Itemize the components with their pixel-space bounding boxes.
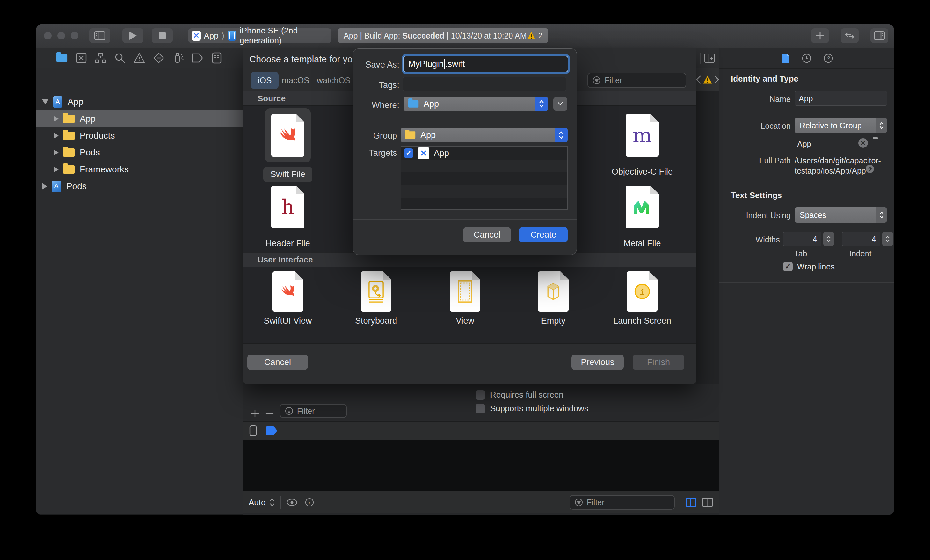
source-control-navigator-icon[interactable]: [75, 52, 87, 64]
tree-item-pods-folder[interactable]: Pods: [36, 144, 243, 161]
tab-width-stepper[interactable]: [823, 232, 834, 246]
clear-location-button[interactable]: ✕: [858, 138, 868, 148]
dialog-create-button[interactable]: Create: [519, 227, 568, 242]
template-filter-input[interactable]: [604, 75, 681, 85]
text-caret: [444, 59, 445, 69]
template-objc-file[interactable]: m Objective-C File: [604, 108, 681, 177]
metal-file-icon: [632, 199, 653, 215]
disclosure-closed-icon[interactable]: [54, 132, 59, 139]
expand-dialog-button[interactable]: [553, 97, 567, 111]
tab-width-input[interactable]: [784, 234, 821, 244]
template-swiftui-view[interactable]: SwiftUI View: [249, 271, 326, 326]
wrap-lines-checkbox[interactable]: ✓: [783, 262, 793, 271]
debug-filter-field[interactable]: [570, 495, 675, 510]
project-navigator-icon[interactable]: [56, 52, 68, 64]
debug-filter-input[interactable]: [586, 498, 670, 508]
code-review-button[interactable]: [841, 28, 859, 43]
location-popup[interactable]: Relative to Group: [795, 118, 887, 133]
warning-badge[interactable]: 2: [527, 31, 542, 40]
template-swift-file[interactable]: Swift File: [249, 108, 326, 182]
tree-item-frameworks[interactable]: Frameworks: [36, 161, 243, 178]
disclosure-closed-icon[interactable]: [54, 166, 59, 173]
tree-item-pods-project[interactable]: A Pods: [36, 178, 243, 195]
toggle-navigator-button[interactable]: [89, 28, 110, 43]
sheet-previous-button[interactable]: Previous: [571, 355, 624, 370]
help-inspector-icon[interactable]: ?: [823, 53, 833, 63]
sheet-finish-button[interactable]: Finish: [633, 355, 684, 370]
template-filter-field[interactable]: [587, 72, 686, 88]
project-file-icon: A: [53, 96, 63, 108]
file-inspector-icon[interactable]: [781, 53, 790, 64]
template-storyboard[interactable]: Storyboard: [338, 271, 414, 326]
find-navigator-icon[interactable]: [114, 52, 126, 64]
dialog-cancel-button[interactable]: Cancel: [463, 227, 511, 242]
name-field[interactable]: [795, 91, 887, 106]
remove-icon[interactable]: [265, 409, 274, 418]
multiple-windows-checkbox[interactable]: [476, 404, 485, 414]
active-tab-tag-icon[interactable]: [266, 426, 277, 435]
debug-navigator-icon[interactable]: [172, 52, 184, 64]
disclosure-open-icon[interactable]: [42, 99, 48, 105]
section-divider: [719, 282, 894, 283]
debug-mode-label[interactable]: Auto: [249, 498, 266, 508]
breakpoint-navigator-icon[interactable]: [191, 52, 203, 64]
indent-width-input[interactable]: [842, 234, 880, 244]
eye-icon[interactable]: [286, 498, 298, 506]
close-window-button[interactable]: [44, 32, 52, 40]
symbol-navigator-icon[interactable]: [94, 52, 106, 64]
tab-width-field[interactable]: [783, 232, 821, 246]
history-inspector-icon[interactable]: [802, 53, 812, 63]
scheme-selector[interactable]: ✕ App 〉 iPhone SE (2nd generation): [188, 28, 331, 43]
minimize-window-button[interactable]: [57, 32, 65, 40]
template-view[interactable]: View: [427, 271, 503, 326]
add-icon[interactable]: [251, 409, 259, 418]
swiftui-view-icon: [279, 283, 296, 300]
save-as-field[interactable]: MyPlugin.swift: [403, 56, 568, 72]
group-popup[interactable]: App: [400, 128, 568, 142]
activity-status-bar[interactable]: App | Build App: Succeeded | 10/13/20 at…: [338, 28, 548, 43]
template-launch-screen[interactable]: 1 Launch Screen: [604, 271, 681, 326]
library-button[interactable]: [811, 28, 829, 43]
report-navigator-icon[interactable]: [211, 52, 223, 64]
indent-width-stepper[interactable]: [882, 232, 893, 246]
tree-item-app-project[interactable]: A App: [36, 93, 243, 110]
requires-fullscreen-checkbox[interactable]: [476, 390, 485, 400]
disclosure-closed-icon[interactable]: [54, 149, 59, 156]
checkbox-checked-icon[interactable]: ✓: [404, 148, 413, 158]
disclosure-closed-icon[interactable]: [42, 183, 47, 189]
where-popup[interactable]: App: [404, 97, 548, 111]
test-navigator-icon[interactable]: [152, 52, 165, 64]
stepper-icon[interactable]: [269, 498, 276, 507]
settings-filter-input[interactable]: [296, 406, 342, 416]
popup-stepper-icon: [535, 97, 548, 111]
settings-filter-field[interactable]: [280, 404, 347, 418]
toggle-inspectors-button[interactable]: [870, 28, 888, 43]
issue-navigator-icon[interactable]: [133, 52, 145, 64]
info-icon[interactable]: i: [305, 498, 314, 507]
device-phone-icon[interactable]: [249, 425, 257, 436]
console-view-toggle-icon[interactable]: [702, 498, 713, 507]
template-metal-file[interactable]: Metal File: [604, 180, 681, 248]
stop-button[interactable]: [152, 28, 173, 43]
variables-view-toggle-icon[interactable]: [685, 498, 696, 507]
full-path-line2: testapp/ios/App/App: [795, 166, 866, 175]
tree-item-products[interactable]: Products: [36, 127, 243, 144]
location-group-value: App: [797, 140, 811, 149]
indent-using-popup[interactable]: Spaces: [795, 208, 887, 223]
zoom-window-button[interactable]: [71, 32, 79, 40]
tree-item-app-folder[interactable]: App: [36, 110, 243, 127]
target-row-app[interactable]: ✓ ✕ App: [401, 147, 567, 160]
template-header-file[interactable]: h Header File: [249, 180, 326, 248]
run-button[interactable]: [122, 28, 143, 43]
warning-icon[interactable]: [703, 75, 712, 84]
reveal-path-arrow-icon[interactable]: [865, 164, 875, 174]
template-empty[interactable]: Empty: [515, 271, 591, 326]
disclosure-closed-icon[interactable]: [54, 115, 59, 122]
sheet-cancel-button[interactable]: Cancel: [247, 355, 308, 370]
indent-width-field[interactable]: [842, 232, 880, 246]
name-input[interactable]: [795, 94, 887, 103]
tags-field[interactable]: [403, 77, 567, 91]
tab-watchos[interactable]: watchOS: [310, 72, 357, 89]
back-arrow-icon[interactable]: [696, 75, 701, 84]
add-editor-icon[interactable]: [704, 54, 715, 63]
